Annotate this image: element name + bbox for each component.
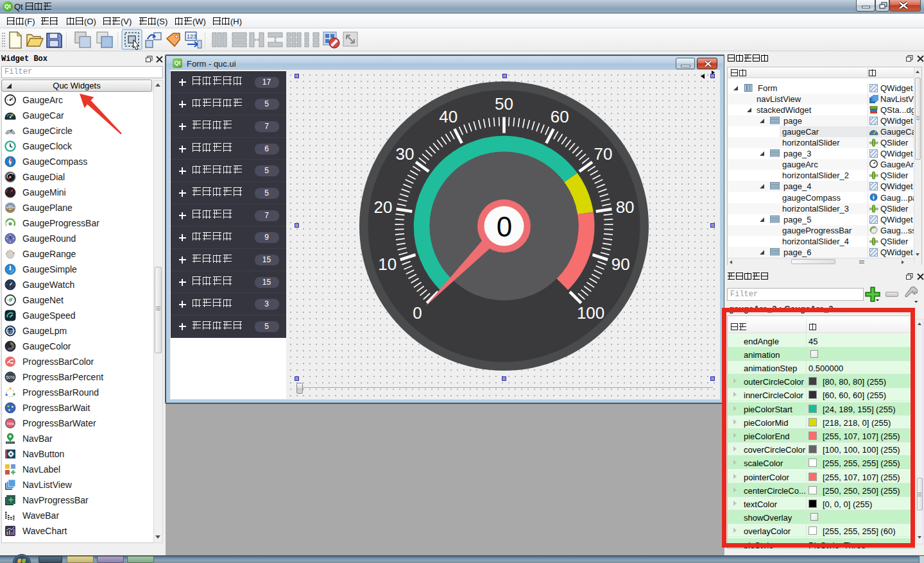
svg-text:20: 20 xyxy=(373,197,392,217)
svg-text:40: 40 xyxy=(439,107,458,126)
svg-text:50%: 50% xyxy=(6,375,14,380)
svg-text:0: 0 xyxy=(497,211,512,242)
svg-text:2.27: 2.27 xyxy=(7,330,14,333)
svg-text:80: 80 xyxy=(616,197,635,217)
svg-text:10: 10 xyxy=(378,255,397,274)
svg-text:123: 123 xyxy=(187,33,196,40)
svg-text:100: 100 xyxy=(577,303,604,323)
svg-text:70: 70 xyxy=(594,144,613,164)
svg-text:50: 50 xyxy=(495,94,513,113)
svg-text:90: 90 xyxy=(612,255,630,274)
svg-text:60: 60 xyxy=(551,107,569,126)
svg-text:0: 0 xyxy=(413,303,422,323)
svg-text:30: 30 xyxy=(396,144,415,164)
svg-text:74%: 74% xyxy=(6,422,14,426)
